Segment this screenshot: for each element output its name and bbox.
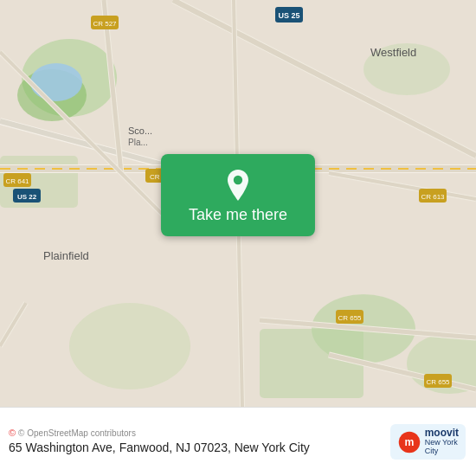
svg-text:CR 641: CR 641 — [5, 177, 29, 185]
svg-text:US 22: US 22 — [17, 193, 37, 201]
svg-text:Sco...: Sco... — [128, 125, 152, 136]
svg-text:Pla...: Pla... — [128, 138, 148, 147]
svg-text:m: m — [404, 436, 414, 448]
svg-point-9 — [30, 63, 82, 101]
svg-point-53 — [234, 176, 242, 184]
take-me-there-label: Take me there — [189, 206, 287, 224]
info-bar: © © OpenStreetMap contributors 65 Washin… — [0, 407, 476, 476]
svg-rect-7 — [260, 329, 363, 398]
moovit-location: New YorkCity — [425, 439, 459, 456]
address: 65 Washington Ave, Fanwood, NJ 07023, Ne… — [9, 440, 310, 455]
svg-point-8 — [69, 303, 190, 389]
map-container: US 22 US 25 CR 527 CR 641 CR 613 CR 655 … — [0, 0, 476, 407]
location-pin-icon — [222, 170, 254, 201]
copyright-text: © OpenStreetMap contributors — [18, 428, 136, 438]
take-me-there-button[interactable]: Take me there — [161, 154, 315, 236]
copyright-symbol: © — [9, 428, 16, 438]
info-left: © © OpenStreetMap contributors 65 Washin… — [9, 428, 310, 455]
moovit-logo[interactable]: m moovit New YorkCity — [390, 424, 466, 460]
moovit-logo-icon: m — [397, 430, 421, 454]
svg-text:CR 655: CR 655 — [426, 378, 450, 386]
svg-text:CR 613: CR 613 — [421, 193, 445, 201]
moovit-text-block: moovit New YorkCity — [425, 428, 459, 456]
svg-text:CR 655: CR 655 — [338, 314, 362, 322]
copyright: © © OpenStreetMap contributors — [9, 428, 310, 438]
svg-text:Plainfield: Plainfield — [43, 249, 89, 262]
svg-text:Westfield: Westfield — [370, 46, 416, 59]
svg-text:US 25: US 25 — [278, 11, 299, 20]
svg-text:CR 527: CR 527 — [93, 20, 117, 28]
